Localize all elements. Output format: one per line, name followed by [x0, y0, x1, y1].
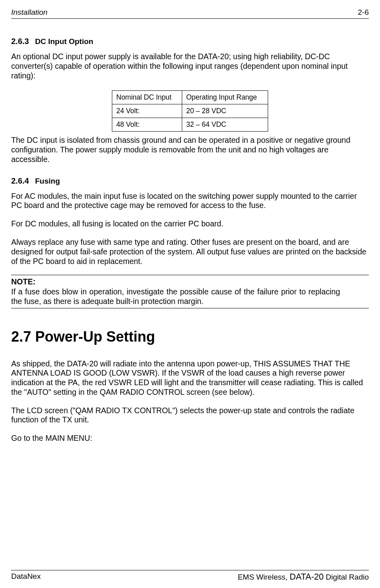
dc-input-table: Nominal DC Input Operating Input Range 2… [112, 90, 268, 132]
para-263-2: The DC input is isolated from chassis gr… [11, 136, 369, 164]
table-cell: 32 – 64 VDC [182, 118, 268, 132]
para-27-3: Go to the MAIN MENU: [11, 434, 369, 443]
heading-264-title: Fusing [35, 177, 60, 185]
page-header: Installation 2-6 [11, 8, 369, 19]
para-263-1: An optional DC input power supply is ava… [11, 52, 369, 80]
header-left: Installation [11, 8, 48, 17]
table-row: 48 Volt: 32 – 64 VDC [112, 118, 268, 132]
heading-263-title: DC Input Option [35, 37, 94, 46]
para-264-1: For AC modules, the main input fuse is l… [11, 192, 369, 211]
footer-product: DATA-20 [290, 572, 324, 582]
table-header-nominal: Nominal DC Input [112, 91, 182, 104]
heading-263: 2.6.3 DC Input Option [11, 37, 369, 46]
heading-27-title: Power-Up Setting [35, 328, 155, 345]
heading-264-number: 2.6.4 [11, 176, 29, 185]
para-27-2: The LCD screen ("QAM RADIO TX CONTROL") … [11, 406, 369, 425]
note-body: If a fuse does blow in operation, invest… [11, 287, 340, 306]
note-block: NOTE: If a fuse does blow in operation, … [11, 275, 369, 308]
note-label: NOTE: [11, 277, 38, 286]
footer-suffix: Digital Radio [324, 573, 369, 581]
footer-left: DataNex [11, 572, 41, 582]
table-header-range: Operating Input Range [182, 91, 268, 104]
footer-right: EMS Wireless, DATA-20 Digital Radio [238, 572, 369, 582]
para-264-2: For DC modules, all fusing is located on… [11, 219, 369, 229]
table-cell: 48 Volt: [112, 118, 182, 132]
table-row: Nominal DC Input Operating Input Range [112, 91, 268, 104]
page-footer: DataNex EMS Wireless, DATA-20 Digital Ra… [11, 570, 369, 582]
heading-264: 2.6.4 Fusing [11, 176, 369, 186]
heading-27-number: 2.7 [11, 328, 31, 345]
table-cell: 24 Volt: [112, 104, 182, 118]
heading-263-number: 2.6.3 [11, 37, 29, 46]
heading-27: 2.7 Power-Up Setting [11, 328, 369, 345]
table-row: 24 Volt: 20 – 28 VDC [112, 104, 268, 118]
header-page-number: 2-6 [358, 8, 369, 17]
table-cell: 20 – 28 VDC [182, 104, 268, 118]
para-264-3: Always replace any fuse with same type a… [11, 238, 369, 266]
footer-prefix: EMS Wireless, [238, 573, 290, 581]
para-27-1: As shipped, the DATA-20 will radiate int… [11, 359, 369, 397]
